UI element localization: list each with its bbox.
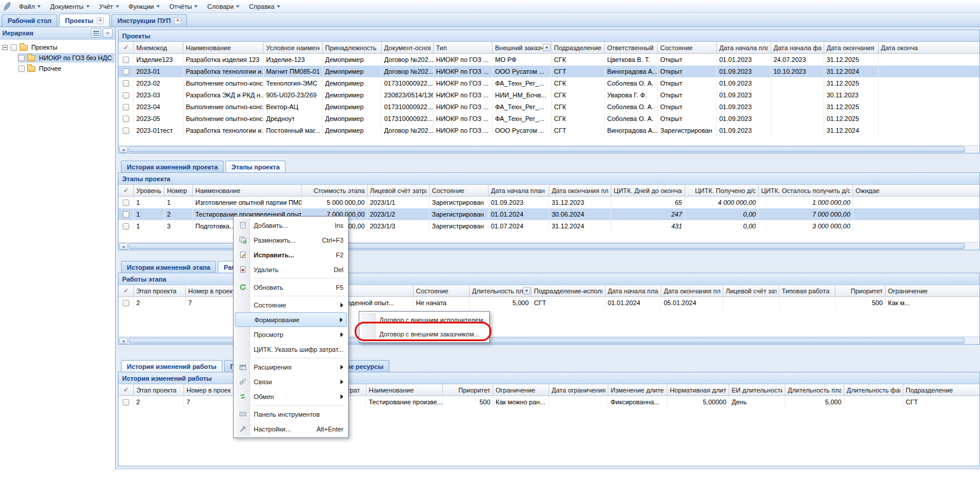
row-checkbox[interactable] xyxy=(123,211,129,218)
scroll-left-icon[interactable]: ◂ xyxy=(119,243,127,250)
column-header[interactable]: Состояние xyxy=(430,185,489,196)
column-header[interactable]: Этап проекта xyxy=(134,384,184,395)
menu-item[interactable]: Исправить...F2 xyxy=(235,247,347,262)
tree-checkbox[interactable] xyxy=(18,55,25,61)
tree-node[interactable]: Проекты xyxy=(0,42,115,53)
column-header[interactable]: ✓ xyxy=(119,185,134,196)
menu-item[interactable]: Добавить...Ins xyxy=(235,218,347,233)
menu-item[interactable]: ОбновитьF5 xyxy=(235,280,347,295)
menu-item[interactable]: ЦИТК. Указать шифр затрат... xyxy=(235,342,347,357)
tab-close-icon[interactable]: ✕ xyxy=(174,17,181,24)
row-checkbox[interactable] xyxy=(123,127,129,134)
collapse-panel-button[interactable]: « xyxy=(103,28,113,38)
column-header[interactable]: Принадлежность xyxy=(323,42,382,53)
menu-item[interactable]: Расширения xyxy=(235,359,347,374)
table-row[interactable]: 2023-04Выполнение опытно-конс...Вектор-А… xyxy=(119,101,979,113)
menubar-item[interactable]: Учёт xyxy=(94,1,124,12)
menubar-item[interactable]: Словари xyxy=(202,1,244,12)
column-header[interactable]: ✓ xyxy=(119,384,134,395)
column-header[interactable]: Подразделение-от xyxy=(552,42,605,53)
row-checkbox[interactable] xyxy=(123,80,129,87)
tree-node[interactable]: НИОКР по ГОЗ без НДС xyxy=(0,53,115,63)
table-row[interactable]: 2023-01тестРазработка технологии и...Пос… xyxy=(119,125,979,136)
column-header[interactable]: Состояние xyxy=(658,42,717,53)
menu-item[interactable]: Обмен xyxy=(235,389,347,404)
table-row[interactable]: 2023-05Выполнение опытно-конс...Дредноут… xyxy=(119,113,979,125)
column-header[interactable]: Дата начала план xyxy=(489,185,549,196)
menu-item[interactable]: Панель инструментов xyxy=(235,407,347,421)
tree-node[interactable]: Прочее xyxy=(0,63,115,74)
filter-dropdown-icon[interactable]: ▾ xyxy=(543,44,550,51)
menu-item[interactable]: УдалитьDel xyxy=(235,262,347,277)
row-checkbox[interactable] xyxy=(123,223,129,230)
scrollbar-thumb[interactable] xyxy=(129,146,965,152)
column-header[interactable]: Дата оконча xyxy=(879,42,979,53)
column-header[interactable]: Ожидае xyxy=(853,185,979,196)
row-checkbox[interactable] xyxy=(123,116,129,122)
column-header[interactable]: Документ-основан xyxy=(382,42,434,53)
column-header[interactable]: Тип xyxy=(434,42,493,53)
document-tab[interactable]: Проекты✕ xyxy=(59,14,110,27)
column-header[interactable]: Длительность пла xyxy=(785,384,844,395)
column-header[interactable]: Ограничение xyxy=(886,285,979,296)
column-header[interactable]: Дата начала план xyxy=(717,42,771,53)
detail-tab[interactable]: История изменений этапа xyxy=(121,261,216,273)
scroll-left-icon[interactable]: ◂ xyxy=(119,146,127,153)
column-header[interactable]: Ограничение xyxy=(493,384,549,395)
column-header[interactable]: Этап проекта xyxy=(134,285,186,296)
column-header[interactable]: Дата окончания план xyxy=(661,285,723,296)
column-header[interactable]: Наименование xyxy=(193,185,302,196)
row-checkbox[interactable] xyxy=(123,399,129,406)
column-header[interactable]: Внешний заказчик▾ xyxy=(493,42,552,53)
detail-tab[interactable]: История изменений проекта xyxy=(121,161,224,172)
menu-item[interactable]: Настройки...Alt+Enter xyxy=(235,421,347,436)
menu-item[interactable]: Договор с внешним исполнителем... xyxy=(360,313,488,327)
column-header[interactable]: Номер в проек xyxy=(184,384,240,395)
menu-item-annotated[interactable]: Договор с внешним заказчиком... xyxy=(360,327,488,341)
menu-item[interactable]: Связи xyxy=(235,374,347,389)
column-header[interactable]: Мнемокод xyxy=(134,42,183,53)
tree-expander-icon[interactable] xyxy=(2,45,8,50)
column-header[interactable]: Приоритет xyxy=(443,384,493,395)
column-header[interactable]: ✓ xyxy=(119,42,134,53)
table-row[interactable]: 2023-03Разработка ЭКД и РКД н...905-U020… xyxy=(119,89,979,101)
column-header[interactable]: ✓ xyxy=(119,285,134,296)
column-header[interactable]: Подразделение-исполнитель xyxy=(532,285,605,296)
detail-tab[interactable]: История изменений работы xyxy=(121,360,222,372)
filter-dropdown-icon[interactable]: ▾ xyxy=(523,287,530,295)
horizontal-scrollbar[interactable]: ◂ xyxy=(119,145,979,153)
menubar-item[interactable]: Документы xyxy=(45,1,94,12)
menubar-item[interactable]: Функции xyxy=(124,1,165,12)
column-header[interactable]: ЦИТК. Осталось получить д/с xyxy=(759,185,853,196)
column-header[interactable]: Условное наименова xyxy=(264,42,323,53)
document-tab[interactable]: Рабочий стол xyxy=(2,14,57,27)
menu-item[interactable]: Размножить...Ctrl+F3 xyxy=(235,233,347,247)
column-header[interactable]: Нормативная длит xyxy=(667,384,729,395)
column-header[interactable]: Наименование xyxy=(366,384,443,395)
tree-checkbox[interactable] xyxy=(11,44,17,51)
table-row[interactable]: 2023-02Выполнение опытно-конс...Технолог… xyxy=(119,77,979,89)
column-header[interactable]: Длительность фак xyxy=(844,384,903,395)
column-header[interactable]: Лицевой счёт затр xyxy=(723,285,779,296)
column-header[interactable]: Состояние xyxy=(414,285,470,296)
menu-item[interactable]: Просмотр xyxy=(235,327,347,342)
table-row[interactable]: 11Изготовление опытной партии ПМ0...5 00… xyxy=(119,197,979,208)
hierarchy-menu-icon[interactable] xyxy=(91,28,101,38)
table-row[interactable]: Изделие123Разработка изделия 123Изделие-… xyxy=(119,54,979,66)
column-header[interactable]: Наименование xyxy=(183,42,264,53)
column-header[interactable]: Типовая работа xyxy=(779,285,835,296)
column-header[interactable]: Ответственный xyxy=(605,42,658,53)
column-header[interactable]: ЦИТК. Получено д/с xyxy=(685,185,759,196)
tree-checkbox[interactable] xyxy=(18,66,25,72)
column-header[interactable]: Уровень xyxy=(134,185,165,196)
row-checkbox[interactable] xyxy=(123,300,129,306)
menubar-item[interactable]: Справка xyxy=(244,1,285,12)
row-checkbox[interactable] xyxy=(123,104,129,110)
menu-item[interactable]: Состояние xyxy=(235,297,347,312)
column-header[interactable]: Номер xyxy=(165,185,193,196)
column-header[interactable]: Дата ограничения xyxy=(549,384,608,395)
row-checkbox[interactable] xyxy=(123,57,129,63)
menubar-item[interactable]: Отчёты xyxy=(165,1,202,12)
column-header[interactable]: Изменение длите xyxy=(608,384,667,395)
column-header[interactable]: Дата окончания п xyxy=(824,42,879,53)
